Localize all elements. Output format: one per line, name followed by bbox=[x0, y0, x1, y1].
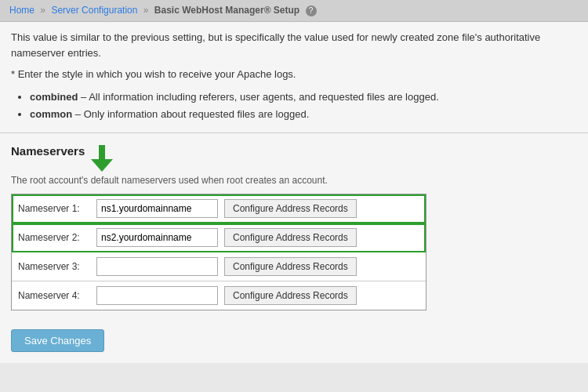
ns4-input[interactable] bbox=[96, 286, 218, 305]
content-area: This value is similar to the previous se… bbox=[0, 22, 588, 363]
info-list: combined – All information including ref… bbox=[30, 89, 577, 123]
breadcrumb-sep2: » bbox=[143, 5, 149, 16]
section-title: Nameservers bbox=[11, 144, 85, 158]
nameserver-row-2: Nameserver 2: Configure Address Records bbox=[12, 223, 426, 252]
ns1-configure-button[interactable]: Configure Address Records bbox=[224, 199, 357, 218]
info-paragraph2: * Enter the style in which you wish to r… bbox=[11, 67, 577, 82]
ns3-input[interactable] bbox=[96, 257, 218, 276]
section-description: The root account's default nameservers u… bbox=[11, 175, 577, 186]
save-section: Save Changes bbox=[0, 318, 588, 363]
ns1-input[interactable] bbox=[96, 199, 218, 218]
svg-marker-1 bbox=[91, 159, 113, 172]
svg-rect-0 bbox=[99, 145, 105, 161]
ns3-configure-button[interactable]: Configure Address Records bbox=[224, 257, 357, 276]
nameservers-table: Nameserver 1: Configure Address Records … bbox=[11, 194, 426, 310]
help-icon[interactable]: ? bbox=[306, 5, 317, 16]
nameserver-row-4: Nameserver 4: Configure Address Records bbox=[12, 281, 426, 310]
info-term-common: common bbox=[30, 108, 72, 120]
nameservers-section: Nameservers The root account's default n… bbox=[0, 133, 588, 318]
ns4-configure-button[interactable]: Configure Address Records bbox=[224, 286, 357, 305]
section-header: Nameservers bbox=[11, 144, 577, 172]
info-desc-combined: – All information including referers, us… bbox=[81, 91, 439, 103]
info-paragraph1: This value is similar to the previous se… bbox=[11, 30, 577, 60]
arrow-down-icon bbox=[91, 145, 113, 172]
breadcrumb: Home » Server Configuration » Basic WebH… bbox=[0, 0, 588, 22]
ns2-label: Nameserver 2: bbox=[18, 232, 96, 243]
info-desc-common: – Only information about requested files… bbox=[75, 108, 309, 120]
page-wrapper: Home » Server Configuration » Basic WebH… bbox=[0, 0, 588, 392]
breadcrumb-sep1: » bbox=[40, 5, 45, 16]
ns2-input[interactable] bbox=[96, 228, 218, 247]
nameserver-row-3: Nameserver 3: Configure Address Records bbox=[12, 252, 426, 281]
ns1-label: Nameserver 1: bbox=[18, 203, 96, 214]
info-box: This value is similar to the previous se… bbox=[0, 22, 588, 133]
info-term-combined: combined bbox=[30, 91, 78, 103]
ns2-configure-button[interactable]: Configure Address Records bbox=[224, 228, 357, 247]
info-list-item-common: common – Only information about requeste… bbox=[30, 106, 577, 123]
info-list-item-combined: combined – All information including ref… bbox=[30, 89, 577, 106]
ns4-label: Nameserver 4: bbox=[18, 290, 96, 301]
save-changes-button[interactable]: Save Changes bbox=[11, 329, 104, 352]
breadcrumb-home[interactable]: Home bbox=[9, 5, 34, 16]
breadcrumb-server-config[interactable]: Server Configuration bbox=[51, 5, 137, 16]
ns3-label: Nameserver 3: bbox=[18, 261, 96, 272]
breadcrumb-current: Basic WebHost Manager® Setup bbox=[154, 5, 299, 16]
nameserver-row-1: Nameserver 1: Configure Address Records bbox=[12, 194, 426, 223]
